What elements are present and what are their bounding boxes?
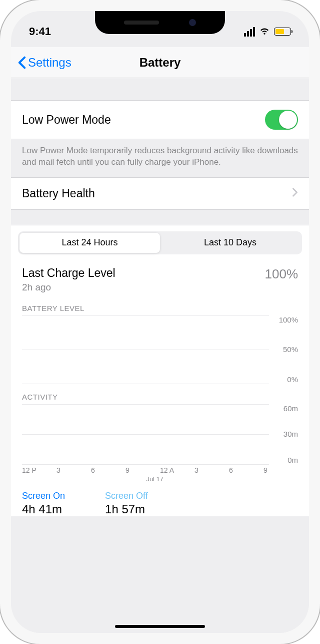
status-time: 9:41	[29, 25, 51, 38]
activity-title: ACTIVITY	[22, 393, 298, 401]
screen-on-value: 4h 41m	[22, 502, 65, 516]
page-title: Battery	[140, 56, 181, 70]
battery-level-title: BATTERY LEVEL	[22, 304, 298, 312]
y-tick: 50%	[274, 345, 298, 354]
battery-level-chart	[22, 315, 269, 384]
low-power-mode-desc: Low Power Mode temporarily reduces backg…	[11, 139, 309, 177]
x-axis-date: Jul 17	[22, 474, 298, 483]
screen-off-value: 1h 57m	[105, 502, 148, 516]
signal-icon	[244, 27, 255, 37]
home-indicator[interactable]	[115, 625, 205, 628]
tab-last-24-hours[interactable]: Last 24 Hours	[20, 233, 160, 253]
battery-icon	[274, 28, 291, 36]
chevron-left-icon	[18, 56, 26, 69]
tab-last-10-days[interactable]: Last 10 Days	[160, 233, 300, 253]
back-button[interactable]: Settings	[18, 56, 72, 70]
activity-chart	[22, 404, 269, 464]
low-power-mode-row: Low Power Mode	[11, 100, 309, 139]
y-tick: 60m	[274, 404, 298, 413]
last-charge-title: Last Charge Level	[22, 266, 116, 280]
navbar: Settings Battery	[11, 47, 309, 78]
y-tick: 30m	[274, 430, 298, 438]
y-tick: 0%	[274, 375, 298, 384]
back-label: Settings	[28, 56, 72, 70]
low-power-mode-toggle[interactable]	[265, 110, 298, 130]
x-axis-labels: 12 P36912 A369	[22, 464, 298, 474]
screen-on-label: Screen On	[22, 491, 65, 501]
battery-health-label: Battery Health	[22, 187, 95, 200]
low-power-mode-label: Low Power Mode	[22, 113, 111, 127]
y-tick: 0m	[274, 456, 298, 464]
last-charge-ago: 2h ago	[22, 282, 116, 293]
wifi-icon	[259, 25, 270, 38]
y-tick: 100%	[274, 315, 298, 324]
battery-health-row[interactable]: Battery Health	[11, 177, 309, 210]
last-charge-pct: 100%	[265, 266, 298, 282]
screen-off-label: Screen Off	[105, 491, 148, 501]
chevron-right-icon	[292, 188, 298, 199]
last-charge-row: Last Charge Level 2h ago 100%	[11, 266, 309, 301]
time-range-segment: Last 24 Hours Last 10 Days	[18, 231, 302, 254]
